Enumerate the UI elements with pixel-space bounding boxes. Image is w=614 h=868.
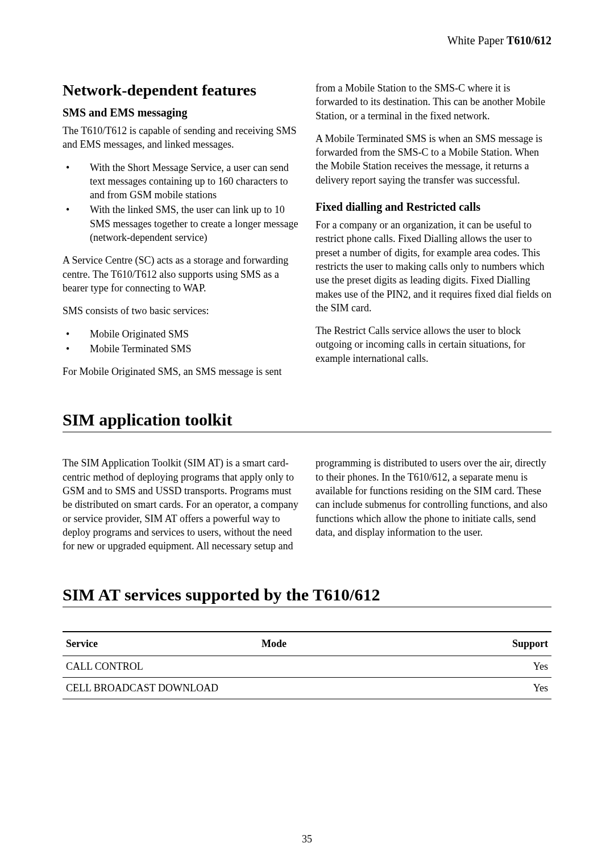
paragraph: For Mobile Originated SMS, an SMS messag… <box>63 365 298 378</box>
bullet-icon: • <box>63 327 90 341</box>
header-prefix: White Paper <box>447 34 507 47</box>
left-column: Network-dependent features SMS and EMS m… <box>63 81 298 378</box>
table-header-row: Service Mode Support <box>63 632 551 656</box>
cell-service: CALL CONTROL <box>63 656 258 677</box>
header-model: T610/612 <box>507 34 551 47</box>
bullet-icon: • <box>63 161 90 202</box>
subheading-fixed-dialling: Fixed dialling and Restricted calls <box>316 201 551 214</box>
paragraph: For a company or an organization, it can… <box>316 218 551 315</box>
cell-mode <box>258 677 454 699</box>
right-column: programming is distributed to users over… <box>316 456 551 553</box>
cell-mode <box>258 656 454 677</box>
bullet-list: •With the Short Message Service, a user … <box>63 161 298 245</box>
subheading-sms-ems: SMS and EMS messaging <box>63 106 298 119</box>
paragraph: programming is distributed to users over… <box>316 456 551 539</box>
cell-support: Yes <box>454 656 551 677</box>
paragraph: A Mobile Terminated SMS is when an SMS m… <box>316 132 551 187</box>
paragraph: The T610/T612 is capable of sending and … <box>63 124 298 152</box>
heading-sim-at-services: SIM AT services supported by the T610/61… <box>63 585 551 607</box>
left-column: The SIM Application Toolkit (SIM AT) is … <box>63 456 298 553</box>
list-item: •Mobile Terminated SMS <box>63 342 298 356</box>
list-item-text: With the Short Message Service, a user c… <box>90 161 298 202</box>
table-row: CALL CONTROL Yes <box>63 656 551 677</box>
section-network-dependent: Network-dependent features SMS and EMS m… <box>63 81 551 378</box>
list-item-text: Mobile Originated SMS <box>90 327 298 341</box>
paragraph: SMS consists of two basic services: <box>63 304 298 318</box>
right-column: from a Mobile Station to the SMS-C where… <box>316 81 551 378</box>
list-item-text: With the linked SMS, the user can link u… <box>90 203 298 244</box>
cell-support: Yes <box>454 677 551 699</box>
bullet-list: •Mobile Originated SMS •Mobile Terminate… <box>63 327 298 356</box>
paragraph: The SIM Application Toolkit (SIM AT) is … <box>63 456 298 553</box>
heading-sim-application-toolkit: SIM application toolkit <box>63 410 551 432</box>
page-header: White Paper T610/612 <box>63 34 551 47</box>
list-item: •With the linked SMS, the user can link … <box>63 203 298 244</box>
th-support: Support <box>454 632 551 656</box>
paragraph: The Restrict Calls service allows the us… <box>316 324 551 365</box>
paragraph: from a Mobile Station to the SMS-C where… <box>316 81 551 123</box>
cell-service: CELL BROADCAST DOWNLOAD <box>63 677 258 699</box>
bullet-icon: • <box>63 203 90 244</box>
bullet-icon: • <box>63 342 90 356</box>
section-sim-at-body: The SIM Application Toolkit (SIM AT) is … <box>63 456 551 553</box>
list-item-text: Mobile Terminated SMS <box>90 342 298 356</box>
list-item: •Mobile Originated SMS <box>63 327 298 341</box>
paragraph: A Service Centre (SC) acts as a storage … <box>63 253 298 295</box>
heading-network-dependent: Network-dependent features <box>63 81 298 99</box>
list-item: •With the Short Message Service, a user … <box>63 161 298 202</box>
table-row: CELL BROADCAST DOWNLOAD Yes <box>63 677 551 699</box>
services-table: Service Mode Support CALL CONTROL Yes CE… <box>63 631 551 699</box>
page-number: 35 <box>0 833 614 845</box>
th-service: Service <box>63 632 258 656</box>
th-mode: Mode <box>258 632 454 656</box>
